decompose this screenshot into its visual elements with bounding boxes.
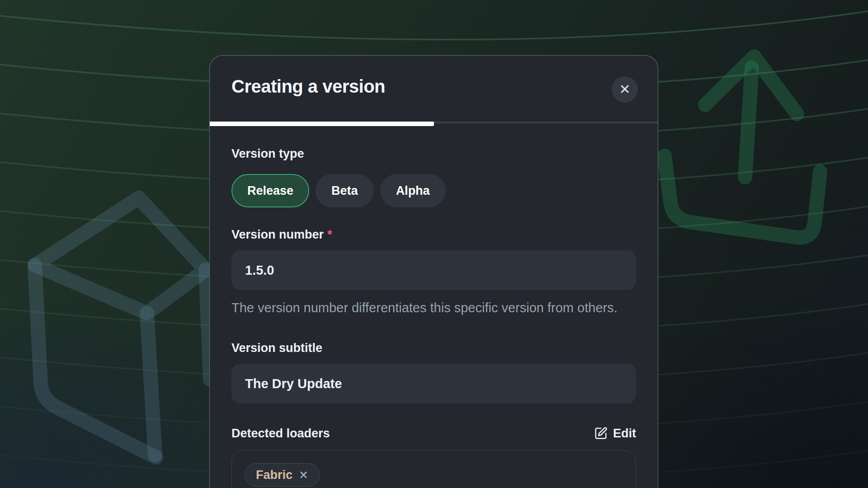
version-number-help-text: The version number differentiates this s… — [231, 298, 620, 318]
remove-loader-button[interactable]: ✕ — [299, 469, 308, 481]
modal-header: Creating a version ✕ — [210, 56, 658, 122]
box-icon — [35, 198, 210, 457]
version-type-field: Version type Release Beta Alpha — [231, 146, 636, 207]
progress-bar — [210, 122, 658, 126]
version-number-input[interactable] — [231, 250, 636, 290]
create-version-modal: Creating a version ✕ Version type Releas… — [209, 55, 658, 488]
detected-loaders-box: Fabric ✕ — [231, 450, 636, 488]
version-subtitle-field: Version subtitle — [231, 340, 636, 404]
remove-icon: ✕ — [299, 469, 308, 481]
close-button[interactable]: ✕ — [612, 76, 638, 103]
loader-chip-fabric: Fabric ✕ — [245, 463, 320, 487]
close-icon: ✕ — [619, 76, 630, 103]
progress-fill — [210, 122, 434, 126]
detected-loaders-header: Detected loaders Edit — [231, 426, 636, 441]
version-type-release-button[interactable]: Release — [231, 174, 309, 207]
modal-body: Version type Release Beta Alpha Version … — [210, 126, 658, 488]
edit-button-label: Edit — [613, 427, 636, 441]
version-type-alpha-button[interactable]: Alpha — [380, 174, 446, 207]
version-subtitle-input[interactable] — [231, 364, 636, 404]
loader-chip-label: Fabric — [256, 468, 292, 482]
version-number-label-text: Version number — [231, 228, 324, 241]
version-subtitle-label: Version subtitle — [231, 340, 636, 356]
version-number-field: Version number* The version number diffe… — [231, 227, 636, 318]
version-type-options: Release Beta Alpha — [231, 174, 636, 207]
upload-icon — [665, 56, 820, 238]
edit-loaders-button[interactable]: Edit — [594, 427, 636, 441]
version-type-label: Version type — [231, 146, 636, 161]
edit-icon — [594, 427, 608, 440]
version-type-beta-button[interactable]: Beta — [316, 174, 374, 207]
modal-title: Creating a version — [231, 76, 636, 97]
version-number-label: Version number* — [231, 227, 636, 242]
detected-loaders-label: Detected loaders — [231, 426, 330, 441]
required-asterisk: * — [327, 228, 332, 241]
